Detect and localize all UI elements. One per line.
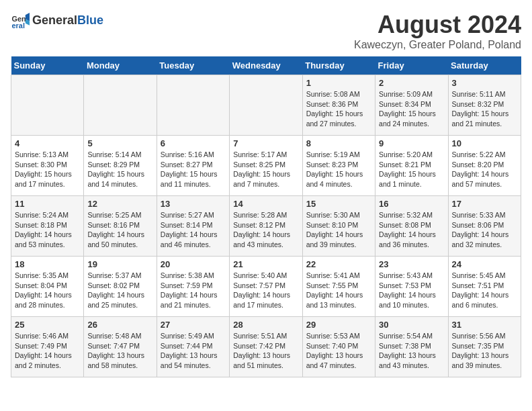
calendar-cell: 11Sunrise: 5:24 AM Sunset: 8:18 PM Dayli…: [11, 196, 84, 257]
day-number: 3: [452, 78, 517, 88]
day-info: Sunrise: 5:25 AM Sunset: 8:16 PM Dayligh…: [87, 210, 152, 250]
calendar-cell: 25Sunrise: 5:46 AM Sunset: 7:49 PM Dayli…: [11, 317, 84, 377]
calendar-cell: 27Sunrise: 5:49 AM Sunset: 7:44 PM Dayli…: [157, 317, 229, 377]
day-info: Sunrise: 5:35 AM Sunset: 8:04 PM Dayligh…: [15, 271, 80, 310]
calendar-cell: [84, 75, 157, 136]
calendar-cell: 12Sunrise: 5:25 AM Sunset: 8:16 PM Dayli…: [84, 196, 157, 257]
calendar-cell: [157, 75, 229, 136]
day-number: 21: [233, 259, 298, 269]
day-number: 7: [233, 138, 298, 148]
day-number: 4: [15, 138, 80, 148]
day-number: 20: [161, 259, 226, 269]
day-number: 23: [379, 259, 444, 269]
calendar-cell: 6Sunrise: 5:16 AM Sunset: 8:27 PM Daylig…: [157, 136, 229, 196]
subtitle: Kaweczyn, Greater Poland, Poland: [354, 39, 521, 51]
calendar-cell: 4Sunrise: 5:13 AM Sunset: 8:30 PM Daylig…: [11, 136, 84, 196]
calendar-cell: 15Sunrise: 5:30 AM Sunset: 8:10 PM Dayli…: [302, 196, 375, 257]
day-header-thursday: Thursday: [302, 56, 375, 75]
day-header-tuesday: Tuesday: [157, 56, 229, 75]
day-number: 19: [87, 259, 152, 269]
week-row-5: 25Sunrise: 5:46 AM Sunset: 7:49 PM Dayli…: [11, 317, 521, 377]
day-number: 16: [379, 199, 444, 209]
calendar-cell: 10Sunrise: 5:22 AM Sunset: 8:20 PM Dayli…: [448, 136, 521, 196]
day-header-sunday: Sunday: [11, 56, 84, 75]
day-number: 8: [306, 138, 371, 148]
day-info: Sunrise: 5:28 AM Sunset: 8:12 PM Dayligh…: [233, 210, 298, 250]
calendar-cell: 31Sunrise: 5:56 AM Sunset: 7:35 PM Dayli…: [448, 317, 521, 377]
day-header-wednesday: Wednesday: [230, 56, 302, 75]
day-info: Sunrise: 5:41 AM Sunset: 7:55 PM Dayligh…: [306, 271, 371, 310]
day-number: 28: [233, 320, 298, 330]
day-info: Sunrise: 5:45 AM Sunset: 7:51 PM Dayligh…: [452, 271, 517, 310]
calendar-cell: 22Sunrise: 5:41 AM Sunset: 7:55 PM Dayli…: [302, 257, 375, 317]
day-number: 6: [161, 138, 226, 148]
day-info: Sunrise: 5:14 AM Sunset: 8:29 PM Dayligh…: [87, 150, 152, 189]
day-info: Sunrise: 5:46 AM Sunset: 7:49 PM Dayligh…: [15, 331, 80, 371]
day-info: Sunrise: 5:51 AM Sunset: 7:42 PM Dayligh…: [233, 331, 298, 371]
week-row-1: 1Sunrise: 5:08 AM Sunset: 8:36 PM Daylig…: [11, 75, 521, 136]
day-info: Sunrise: 5:17 AM Sunset: 8:25 PM Dayligh…: [233, 150, 298, 189]
calendar-cell: 9Sunrise: 5:20 AM Sunset: 8:21 PM Daylig…: [375, 136, 448, 196]
day-info: Sunrise: 5:49 AM Sunset: 7:44 PM Dayligh…: [161, 331, 226, 371]
logo-icon: Gen eral: [11, 11, 30, 30]
day-number: 5: [87, 138, 152, 148]
logo-text-blue: Blue: [77, 13, 103, 27]
main-title: August 2024: [354, 11, 521, 39]
day-number: 22: [306, 259, 371, 269]
day-number: 24: [452, 259, 517, 269]
calendar-cell: 29Sunrise: 5:53 AM Sunset: 7:40 PM Dayli…: [302, 317, 375, 377]
day-number: 11: [15, 199, 80, 209]
day-number: 2: [379, 78, 444, 88]
calendar-cell: 28Sunrise: 5:51 AM Sunset: 7:42 PM Dayli…: [230, 317, 302, 377]
day-info: Sunrise: 5:22 AM Sunset: 8:20 PM Dayligh…: [452, 150, 517, 189]
day-header-friday: Friday: [375, 56, 448, 75]
days-header-row: SundayMondayTuesdayWednesdayThursdayFrid…: [11, 56, 521, 75]
logo: Gen eral GeneralBlue: [11, 11, 103, 30]
day-info: Sunrise: 5:37 AM Sunset: 8:02 PM Dayligh…: [87, 271, 152, 310]
day-number: 29: [306, 320, 371, 330]
day-info: Sunrise: 5:30 AM Sunset: 8:10 PM Dayligh…: [306, 210, 371, 250]
day-info: Sunrise: 5:43 AM Sunset: 7:53 PM Dayligh…: [379, 271, 444, 310]
day-info: Sunrise: 5:19 AM Sunset: 8:23 PM Dayligh…: [306, 150, 371, 189]
title-area: August 2024 Kaweczyn, Greater Poland, Po…: [354, 11, 521, 51]
calendar-cell: 8Sunrise: 5:19 AM Sunset: 8:23 PM Daylig…: [302, 136, 375, 196]
day-number: 30: [379, 320, 444, 330]
calendar-cell: 1Sunrise: 5:08 AM Sunset: 8:36 PM Daylig…: [302, 75, 375, 136]
week-row-3: 11Sunrise: 5:24 AM Sunset: 8:18 PM Dayli…: [11, 196, 521, 257]
calendar-cell: 23Sunrise: 5:43 AM Sunset: 7:53 PM Dayli…: [375, 257, 448, 317]
calendar-cell: 21Sunrise: 5:40 AM Sunset: 7:57 PM Dayli…: [230, 257, 302, 317]
day-info: Sunrise: 5:16 AM Sunset: 8:27 PM Dayligh…: [161, 150, 226, 189]
calendar-cell: 5Sunrise: 5:14 AM Sunset: 8:29 PM Daylig…: [84, 136, 157, 196]
calendar-cell: 13Sunrise: 5:27 AM Sunset: 8:14 PM Dayli…: [157, 196, 229, 257]
calendar-cell: 2Sunrise: 5:09 AM Sunset: 8:34 PM Daylig…: [375, 75, 448, 136]
day-info: Sunrise: 5:48 AM Sunset: 7:47 PM Dayligh…: [87, 331, 152, 371]
day-number: 27: [161, 320, 226, 330]
day-number: 15: [306, 199, 371, 209]
calendar-cell: 14Sunrise: 5:28 AM Sunset: 8:12 PM Dayli…: [230, 196, 302, 257]
day-number: 13: [161, 199, 226, 209]
day-number: 17: [452, 199, 517, 209]
day-info: Sunrise: 5:27 AM Sunset: 8:14 PM Dayligh…: [161, 210, 226, 250]
day-number: 18: [15, 259, 80, 269]
calendar-cell: 7Sunrise: 5:17 AM Sunset: 8:25 PM Daylig…: [230, 136, 302, 196]
calendar-cell: 19Sunrise: 5:37 AM Sunset: 8:02 PM Dayli…: [84, 257, 157, 317]
day-number: 14: [233, 199, 298, 209]
week-row-2: 4Sunrise: 5:13 AM Sunset: 8:30 PM Daylig…: [11, 136, 521, 196]
day-header-monday: Monday: [84, 56, 157, 75]
calendar-table: SundayMondayTuesdayWednesdayThursdayFrid…: [11, 56, 521, 377]
day-number: 1: [306, 78, 371, 88]
day-info: Sunrise: 5:08 AM Sunset: 8:36 PM Dayligh…: [306, 89, 371, 129]
calendar-cell: 18Sunrise: 5:35 AM Sunset: 8:04 PM Dayli…: [11, 257, 84, 317]
day-info: Sunrise: 5:56 AM Sunset: 7:35 PM Dayligh…: [452, 331, 517, 371]
calendar-cell: 24Sunrise: 5:45 AM Sunset: 7:51 PM Dayli…: [448, 257, 521, 317]
day-info: Sunrise: 5:33 AM Sunset: 8:06 PM Dayligh…: [452, 210, 517, 250]
week-row-4: 18Sunrise: 5:35 AM Sunset: 8:04 PM Dayli…: [11, 257, 521, 317]
day-info: Sunrise: 5:53 AM Sunset: 7:40 PM Dayligh…: [306, 331, 371, 371]
header: Gen eral GeneralBlue August 2024 Kaweczy…: [11, 11, 521, 51]
day-info: Sunrise: 5:24 AM Sunset: 8:18 PM Dayligh…: [15, 210, 80, 250]
calendar-cell: 20Sunrise: 5:38 AM Sunset: 7:59 PM Dayli…: [157, 257, 229, 317]
calendar-cell: 17Sunrise: 5:33 AM Sunset: 8:06 PM Dayli…: [448, 196, 521, 257]
day-number: 10: [452, 138, 517, 148]
calendar-cell: [11, 75, 84, 136]
day-info: Sunrise: 5:54 AM Sunset: 7:38 PM Dayligh…: [379, 331, 444, 371]
